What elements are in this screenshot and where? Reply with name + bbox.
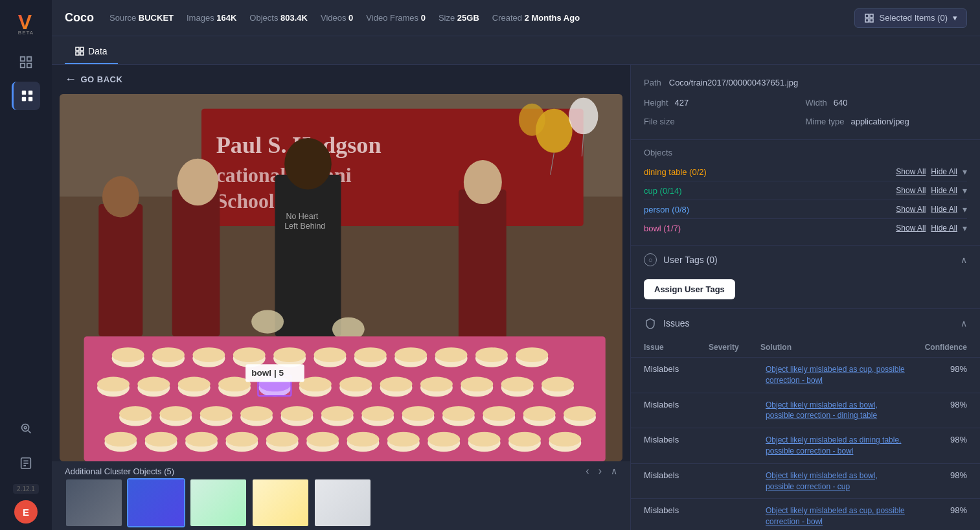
svg-point-69 xyxy=(516,347,548,362)
hide-all-dining-table[interactable]: Hide All xyxy=(931,167,957,176)
svg-point-71 xyxy=(97,377,130,392)
cluster-collapse-button[interactable]: ∧ xyxy=(611,466,617,476)
expand-bowl[interactable]: ▾ xyxy=(963,223,967,233)
svg-rect-16 xyxy=(870,14,873,17)
svg-point-126 xyxy=(225,432,258,447)
svg-rect-39 xyxy=(275,175,341,336)
svg-point-92 xyxy=(501,377,534,392)
svg-point-51 xyxy=(152,347,185,362)
issue-type-4: Mislabels xyxy=(644,470,709,480)
user-avatar[interactable]: E xyxy=(14,500,38,524)
svg-rect-35 xyxy=(98,204,142,336)
thumbnail-4[interactable] xyxy=(251,478,310,527)
show-all-cup[interactable]: Show All xyxy=(896,186,926,195)
thumb-prev-button[interactable]: ‹ xyxy=(583,465,591,477)
svg-rect-2 xyxy=(21,63,25,67)
svg-point-94 xyxy=(541,377,574,392)
hide-all-bowl[interactable]: Hide All xyxy=(931,224,957,233)
issues-header[interactable]: Issues ∧ xyxy=(631,309,980,338)
issue-row-1: Mislabels Object likely mislabeled as cu… xyxy=(631,357,980,393)
thumbnail-3[interactable] xyxy=(189,478,247,527)
col-confidence: Confidence xyxy=(909,343,967,352)
thumbnail-2[interactable] xyxy=(127,478,185,527)
main-image: Paul S. Hodgson cational-Techni School xyxy=(60,94,622,461)
objects-section: Objects dining table (0/2) Show All Hide… xyxy=(631,140,980,246)
sidebar-item-data[interactable] xyxy=(12,82,40,110)
expand-dining-table[interactable]: ▾ xyxy=(963,167,967,177)
object-row-cup: cup (0/14) Show All Hide All ▾ xyxy=(644,181,967,200)
svg-point-75 xyxy=(178,377,211,392)
col-solution: Solution xyxy=(760,343,909,352)
issue-confidence-3: 98% xyxy=(909,435,967,444)
svg-point-63 xyxy=(394,347,427,362)
svg-point-49 xyxy=(112,347,144,362)
video-frames-meta: Video Frames 0 xyxy=(366,13,426,23)
size-meta: Size 25GB xyxy=(439,13,479,23)
issue-row-2: Mislabels Object likely mislabeled as bo… xyxy=(631,393,980,428)
svg-point-132 xyxy=(347,432,380,447)
svg-point-67 xyxy=(475,347,508,362)
user-tags-header-left: ○ User Tags (0) xyxy=(644,253,718,266)
svg-point-55 xyxy=(233,347,266,362)
svg-point-134 xyxy=(387,432,420,447)
object-actions-cup: Show All Hide All ▾ xyxy=(896,185,967,196)
user-tags-header[interactable]: ○ User Tags (0) ∧ xyxy=(631,246,980,274)
back-arrow-icon: ← xyxy=(65,73,77,86)
source-meta: Source BUCKET xyxy=(109,13,174,23)
hide-all-person[interactable]: Hide All xyxy=(931,205,957,214)
show-all-dining-table[interactable]: Show All xyxy=(896,167,926,176)
svg-rect-17 xyxy=(865,19,869,22)
beta-badge: BETA xyxy=(18,30,34,36)
issue-solution-3[interactable]: Object likely mislabeled as dining table… xyxy=(766,435,906,457)
height-label: Height xyxy=(644,95,668,110)
tab-data[interactable]: Data xyxy=(65,40,118,64)
svg-point-98 xyxy=(159,406,192,421)
thumbnail-5[interactable] xyxy=(313,478,372,527)
go-back-button[interactable]: ← GO BACK xyxy=(65,73,122,86)
image-nav: ← GO BACK xyxy=(52,65,630,94)
issue-solution-5[interactable]: Object likely mislabeled as cup, possibl… xyxy=(766,505,906,527)
mime-type-value: application/jpeg xyxy=(850,114,909,129)
object-name-bowl: bowl (1/7) xyxy=(644,224,891,233)
sidebar-item-docs[interactable] xyxy=(12,449,40,478)
hide-all-cup[interactable]: Hide All xyxy=(931,186,957,195)
svg-point-90 xyxy=(461,377,493,392)
sidebar: V BETA 2.12.1 xyxy=(0,0,52,530)
svg-text:Left Behind: Left Behind xyxy=(284,222,325,231)
sidebar-item-dashboard[interactable] xyxy=(12,48,40,76)
sidebar-item-explore[interactable] xyxy=(12,414,40,443)
svg-point-45 xyxy=(251,310,284,333)
svg-point-73 xyxy=(137,377,170,392)
svg-point-122 xyxy=(145,432,177,447)
svg-point-138 xyxy=(468,432,501,447)
user-tags-title: User Tags (0) xyxy=(663,255,718,265)
show-all-person[interactable]: Show All xyxy=(896,205,926,214)
thumbnail-bar-header: Additional Cluster Objects (5) ‹ › ∧ xyxy=(52,461,630,478)
issues-table-header: Issue Severity Solution Confidence xyxy=(631,338,980,357)
width-label: Width xyxy=(806,95,827,110)
issue-solution-2[interactable]: Object likely mislabeled as bowl, possib… xyxy=(766,400,906,422)
thumbnail-1[interactable] xyxy=(65,478,123,527)
svg-point-136 xyxy=(427,432,460,447)
expand-cup[interactable]: ▾ xyxy=(963,185,967,196)
svg-rect-37 xyxy=(172,189,220,336)
issue-solution-4[interactable]: Object likely mislabeled as bowl, possib… xyxy=(766,470,906,492)
shield-icon xyxy=(644,317,657,330)
expand-person[interactable]: ▾ xyxy=(963,204,967,214)
issue-solution-1[interactable]: Object likely mislabeled as cup, possibl… xyxy=(766,364,906,386)
thumbnails xyxy=(52,478,630,530)
svg-text:School: School xyxy=(216,190,275,213)
tabbar: Data xyxy=(52,36,980,65)
topbar-meta: Source BUCKET Images 164K Objects 803.4K… xyxy=(109,13,580,23)
assign-user-tags-button[interactable]: Assign User Tags xyxy=(644,279,735,299)
svg-point-100 xyxy=(200,406,233,421)
svg-point-114 xyxy=(483,406,515,421)
user-tags-section: ○ User Tags (0) ∧ Assign User Tags xyxy=(631,246,980,309)
issue-row-4: Mislabels Object likely mislabeled as bo… xyxy=(631,463,980,499)
object-name-person: person (0/8) xyxy=(644,205,891,214)
thumb-next-button[interactable]: › xyxy=(596,465,604,477)
selected-items-button[interactable]: Selected Items (0) ▾ xyxy=(854,8,968,28)
object-actions-bowl: Show All Hide All ▾ xyxy=(896,223,967,233)
show-all-bowl[interactable]: Show All xyxy=(896,224,926,233)
file-info-section: Path Coco/train2017/000000437651.jpg Hei… xyxy=(631,65,980,140)
